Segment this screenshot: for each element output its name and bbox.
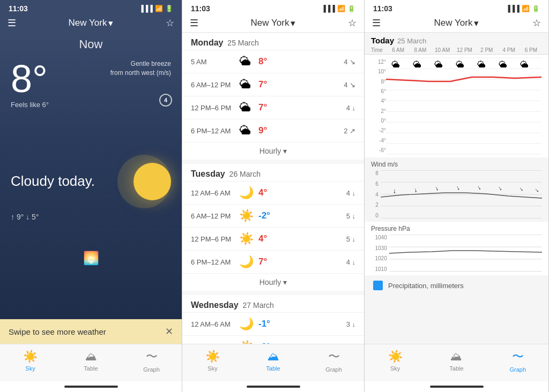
tab-table-3[interactable]: ⛰ Table xyxy=(437,350,475,372)
table-row: 5 AM 🌥 8° 4 ↘ xyxy=(182,50,364,73)
hourly-button-tuesday[interactable]: Hourly ▾ xyxy=(182,273,364,291)
tab-sky-1[interactable]: ☀️ Sky xyxy=(12,350,49,372)
location-name-3: New York xyxy=(434,18,473,28)
tab-graph-1[interactable]: 〜 Graph xyxy=(133,349,170,373)
day-section-monday: Monday 25 March 5 AM 🌥 8° 4 ↘ 6 AM–12 PM… xyxy=(182,33,364,160)
day-header-wednesday: Wednesday 27 March xyxy=(182,295,364,312)
table-row: 12 AM–6 AM 🌙 -1° 3 ↓ xyxy=(182,312,364,335)
tab-sky-2[interactable]: ☀️ Sky xyxy=(194,350,232,372)
graph-label-2: Graph xyxy=(325,366,342,373)
svg-text:🌥: 🌥 xyxy=(499,60,507,69)
menu-icon-3[interactable]: ☰ xyxy=(372,17,381,29)
location-title-2[interactable]: New York ▾ xyxy=(251,18,296,29)
wind-y-labels: 8 6 4 2 0 xyxy=(371,170,379,218)
svg-text:↑: ↑ xyxy=(518,186,525,194)
time-3: 11:03 xyxy=(373,4,392,13)
sky-icon-3: ☀️ xyxy=(388,350,403,364)
temp-svg: 🌥 🌥 🌥 🌥 🌥 🌥 🌥 xyxy=(386,58,541,154)
nav-bar-3: ☰ New York ▾ ☆ xyxy=(365,15,548,33)
svg-text:↑: ↑ xyxy=(476,184,483,192)
status-bar-1: 11:03 ▐▐▐ 📶 🔋 xyxy=(0,0,182,15)
close-icon[interactable]: ✕ xyxy=(165,326,173,337)
swipe-text: Swipe to see more weather xyxy=(9,327,106,336)
chevron-down-icon: ▾ xyxy=(108,18,113,29)
tab-bar-1: ☀️ Sky ⛰ Table 〜 Graph xyxy=(0,344,182,381)
now-label: Now xyxy=(79,37,102,51)
svg-text:🌥: 🌥 xyxy=(477,60,486,69)
temp-chart: 12° 10° 8° 6° 4° 2° 0° -2° -4° -6° xyxy=(365,55,548,157)
wind-chart: Wind m/s 8 6 4 2 0 xyxy=(365,157,548,222)
phone-sky: 11:03 ▐▐▐ 📶 🔋 ☰ New York ▾ ☆ Now 8° 4 Ge… xyxy=(0,0,182,392)
sunset-icon: 🌅 xyxy=(83,251,99,266)
sky-label-2: Sky xyxy=(207,365,217,372)
wind-svg: ↑ ↑ ↑ ↑ ↑ ↑ ↑ ↑ xyxy=(381,170,542,218)
pressure-y-labels: 1040 1030 1020 1010 xyxy=(371,235,387,272)
graph-icon-3: 〜 xyxy=(512,349,524,365)
wind-info: Gentle breezefrom north west (m/s) xyxy=(110,59,171,78)
home-bar-2 xyxy=(247,386,300,388)
status-bar-2: 11:03 ▐▐▐ 📶 🔋 xyxy=(182,0,364,15)
bookmark-icon-2[interactable]: ☆ xyxy=(348,17,357,29)
table-icon-1: ⛰ xyxy=(85,350,97,364)
chevron-down-icon-2: ▾ xyxy=(291,18,295,29)
menu-icon-2[interactable]: ☰ xyxy=(190,17,198,29)
graph-header: Today 25 March xyxy=(365,33,548,46)
battery-icon-3: 🔋 xyxy=(532,5,540,12)
tab-sky-3[interactable]: ☀️ Sky xyxy=(376,350,414,372)
svg-text:↑: ↑ xyxy=(413,187,418,195)
table-row: 12 PM–6 PM 🌥 7° 4 ↓ xyxy=(182,96,364,119)
location-title-3[interactable]: New York ▾ xyxy=(434,18,479,29)
home-bar-1 xyxy=(64,386,118,388)
table-content: Monday 25 March 5 AM 🌥 8° 4 ↘ 6 AM–12 PM… xyxy=(182,33,364,344)
day-section-tuesday: Tuesday 26 March 12 AM–6 AM 🌙 4° 4 ↓ 6 A… xyxy=(182,164,364,291)
sky-icon: ☀️ xyxy=(23,350,38,364)
wind-title: Wind m/s xyxy=(371,161,542,168)
svg-text:🌥: 🌥 xyxy=(520,60,529,69)
time-axis: Time 6 AM 8 AM 10 AM 12 PM 2 PM 4 PM 6 P… xyxy=(365,46,548,55)
wifi-icon: 📶 xyxy=(155,5,163,12)
hourly-button-monday[interactable]: Hourly ▾ xyxy=(182,142,364,160)
menu-icon[interactable]: ☰ xyxy=(8,17,16,29)
tab-table-2[interactable]: ⛰ Table xyxy=(255,350,292,372)
graph-icon-1: 〜 xyxy=(146,349,158,365)
nav-bar-1: ☰ New York ▾ ☆ xyxy=(0,15,182,32)
status-icons-3: ▐▐▐ 📶 🔋 xyxy=(506,5,540,12)
sky-icon-2: ☀️ xyxy=(205,350,220,364)
table-row: 6 PM–12 AM 🌙 7° 4 ↓ xyxy=(182,250,364,273)
tab-graph-3[interactable]: 〜 Graph xyxy=(499,349,537,373)
svg-text:🌥: 🌥 xyxy=(434,60,443,69)
chevron-down-icon-3: ▾ xyxy=(474,18,479,29)
legend: Precipitation, millimeters xyxy=(365,275,548,296)
home-bar-3 xyxy=(430,386,484,388)
graph-content: Today 25 March Time 6 AM 8 AM 10 AM 12 P… xyxy=(365,33,548,344)
svg-text:↑: ↑ xyxy=(434,185,440,193)
tab-graph-2[interactable]: 〜 Graph xyxy=(315,349,353,373)
bookmark-icon[interactable]: ☆ xyxy=(166,17,174,29)
svg-text:🌥: 🌥 xyxy=(413,60,421,69)
sky-label-1: Sky xyxy=(25,365,35,372)
table-icon-2: ⛰ xyxy=(268,350,279,364)
day-header-monday: Monday 25 March xyxy=(182,33,364,50)
table-row: 6 PM–12 AM 🌥 9° 2 ↗ xyxy=(182,119,364,142)
bookmark-icon-3[interactable]: ☆ xyxy=(532,17,541,29)
phone-table: 11:03 ▐▐▐ 📶 🔋 ☰ New York ▾ ☆ Monday 25 M… xyxy=(182,0,365,392)
time-2: 11:03 xyxy=(191,4,210,13)
table-label-1: Table xyxy=(84,365,98,372)
legend-label: Precipitation, millimeters xyxy=(388,282,464,290)
battery-icon-2: 🔋 xyxy=(347,5,355,12)
y-axis-labels: 12° 10° 8° 6° 4° 2° 0° -2° -4° -6° xyxy=(371,58,386,154)
table-row: 6 AM–12 PM ☀️ -3° 3 ↓ xyxy=(182,335,364,344)
svg-text:↑: ↑ xyxy=(393,188,396,195)
tab-table-1[interactable]: ⛰ Table xyxy=(72,350,110,372)
table-row: 12 AM–6 AM 🌙 4° 4 ↓ xyxy=(182,181,364,204)
chart-date: 25 March xyxy=(397,37,426,45)
graph-label-3: Graph xyxy=(510,366,526,373)
tab-bar-3: ☀️ Sky ⛰ Table 〜 Graph xyxy=(365,344,548,381)
sky-content: Now 8° 4 Gentle breezefrom north west (m… xyxy=(0,32,182,319)
phone-graph: 11:03 ▐▐▐ 📶 🔋 ☰ New York ▾ ☆ Today 25 Ma… xyxy=(365,0,549,392)
location-title-1[interactable]: New York ▾ xyxy=(69,18,114,29)
sun-graphic xyxy=(117,155,171,208)
swipe-banner: Swipe to see more weather ✕ xyxy=(0,319,182,344)
battery-icon: 🔋 xyxy=(165,5,173,12)
graph-label-1: Graph xyxy=(143,366,160,373)
